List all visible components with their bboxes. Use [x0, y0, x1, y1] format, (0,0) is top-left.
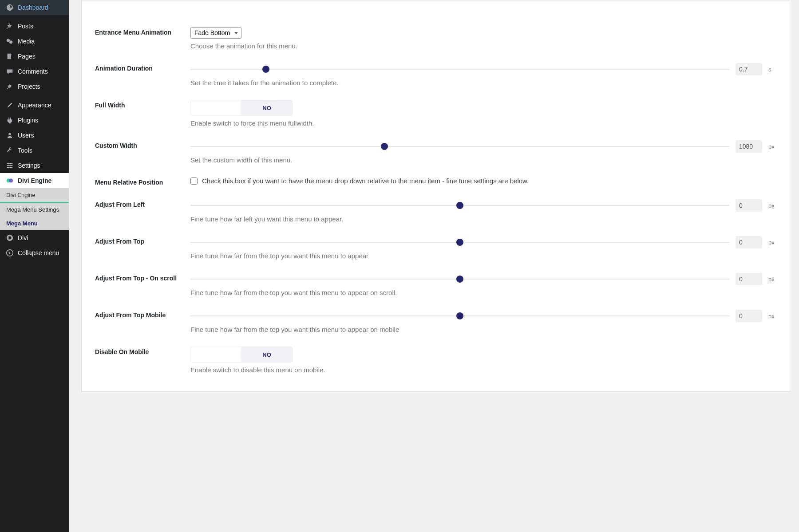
menu-relative-checkbox[interactable]: [190, 177, 198, 185]
custom-width-value-input[interactable]: [736, 140, 762, 153]
setting-adjust-top: Adjust From Top px: [95, 236, 776, 248]
setting-adjust-top-mobile: Adjust From Top Mobile px: [95, 310, 776, 322]
setting-desc: Fine tune how far from the top you want …: [190, 326, 776, 333]
sidebar-label: Media: [18, 38, 35, 45]
sidebar-item-projects[interactable]: Projects: [0, 79, 69, 94]
adjust-top-scroll-value-input[interactable]: [736, 273, 762, 285]
sidebar-item-users[interactable]: Users: [0, 128, 69, 143]
brush-icon: [5, 101, 14, 109]
full-width-toggle[interactable]: NO: [190, 100, 293, 116]
sidebar-label: Posts: [18, 23, 33, 30]
setting-entrance-animation: Entrance Menu Animation Fade Bottom: [95, 27, 776, 39]
adjust-top-scroll-slider[interactable]: [190, 278, 729, 280]
adjust-top-slider[interactable]: [190, 241, 729, 244]
svg-point-4: [8, 133, 11, 135]
pushpin-icon: [5, 83, 14, 91]
setting-label: Adjust From Top Mobile: [95, 310, 190, 319]
unit-label: s: [768, 66, 776, 73]
sidebar-label: Collapse menu: [18, 249, 59, 256]
duration-slider[interactable]: [190, 68, 729, 71]
wrench-icon: [5, 146, 14, 154]
sliders-icon: [5, 162, 14, 169]
toggle-yes: [191, 100, 241, 115]
submenu-item-divi-engine[interactable]: Divi Engine: [0, 188, 69, 202]
sidebar-item-media[interactable]: Media: [0, 34, 69, 49]
svg-point-0: [7, 39, 10, 42]
submenu-item-mega-settings[interactable]: Mega Menu Settings: [0, 203, 69, 217]
setting-adjust-top-scroll: Adjust From Top - On scroll px: [95, 273, 776, 285]
sidebar-item-collapse[interactable]: Collapse menu: [0, 245, 69, 260]
sidebar-submenu: Divi Engine Mega Menu Settings Mega Menu: [0, 188, 69, 230]
unit-label: px: [768, 143, 776, 150]
disable-mobile-toggle[interactable]: NO: [190, 347, 293, 363]
sidebar-label: Tools: [18, 147, 32, 154]
submenu-item-mega-menu[interactable]: Mega Menu: [0, 217, 69, 230]
setting-label: Full Width: [95, 100, 190, 109]
setting-custom-width: Custom Width px: [95, 140, 776, 153]
slider-thumb[interactable]: [456, 276, 463, 283]
setting-adjust-left: Adjust From Left px: [95, 199, 776, 212]
unit-label: px: [768, 276, 776, 283]
setting-desc: Choose the animation for this menu.: [190, 42, 776, 50]
adjust-top-mobile-value-input[interactable]: [736, 310, 762, 322]
slider-track: [190, 146, 729, 147]
setting-label: Custom Width: [95, 140, 190, 149]
sidebar-item-tools[interactable]: Tools: [0, 143, 69, 158]
plugin-icon: [5, 116, 14, 124]
duration-value-input[interactable]: [736, 63, 762, 75]
divi-engine-icon: [5, 177, 14, 185]
slider-thumb[interactable]: [262, 66, 269, 73]
media-icon: [5, 37, 14, 45]
comment-icon: [5, 67, 14, 75]
setting-animation-duration: Animation Duration s: [95, 63, 776, 75]
svg-point-1: [9, 40, 12, 43]
setting-full-width: Full Width NO: [95, 100, 776, 116]
sidebar-label: Dashboard: [18, 4, 48, 11]
custom-width-slider[interactable]: [190, 145, 729, 148]
svg-point-9: [10, 165, 12, 166]
sidebar-label: Users: [18, 132, 34, 139]
slider-track: [190, 69, 729, 70]
sidebar-label: Projects: [18, 83, 40, 90]
sidebar-item-comments[interactable]: Comments: [0, 64, 69, 79]
sidebar-item-pages[interactable]: Pages: [0, 49, 69, 64]
setting-label: Menu Relative Position: [95, 177, 190, 186]
setting-desc: Fine tune how far from the top you want …: [190, 289, 776, 296]
sidebar-item-settings[interactable]: Settings: [0, 158, 69, 173]
setting-disable-mobile: Disable On Mobile NO: [95, 347, 776, 363]
sidebar-item-plugins[interactable]: Plugins: [0, 113, 69, 128]
sidebar-item-divi-engine[interactable]: Divi Engine: [0, 173, 69, 188]
adjust-left-slider[interactable]: [190, 204, 729, 207]
setting-label: Adjust From Top: [95, 236, 190, 245]
adjust-top-mobile-slider[interactable]: [190, 315, 729, 317]
slider-thumb[interactable]: [456, 312, 463, 319]
sidebar-item-divi[interactable]: Divi: [0, 230, 69, 245]
adjust-top-value-input[interactable]: [736, 236, 762, 248]
sidebar-label: Appearance: [18, 102, 51, 109]
slider-thumb[interactable]: [456, 239, 463, 246]
content-area: Entrance Menu Animation Fade Bottom Choo…: [69, 0, 799, 532]
adjust-left-value-input[interactable]: [736, 199, 762, 212]
svg-point-10: [8, 167, 10, 169]
setting-menu-relative: Menu Relative Position Check this box if…: [95, 177, 776, 186]
svg-rect-3: [8, 55, 12, 55]
setting-label: Animation Duration: [95, 63, 190, 72]
sidebar-item-appearance[interactable]: Appearance: [0, 98, 69, 113]
slider-thumb[interactable]: [381, 143, 388, 150]
setting-label: Disable On Mobile: [95, 347, 190, 355]
sidebar-label: Divi: [18, 234, 28, 241]
svg-point-12: [9, 179, 13, 183]
sidebar-label: Comments: [18, 68, 48, 75]
setting-desc: Fine tune how far from the top you want …: [190, 252, 776, 260]
entrance-animation-select[interactable]: Fade Bottom: [190, 27, 241, 39]
unit-label: px: [768, 202, 776, 209]
slider-thumb[interactable]: [456, 202, 463, 209]
svg-point-8: [8, 163, 10, 165]
toggle-no: NO: [241, 347, 292, 362]
setting-label: Adjust From Left: [95, 199, 190, 208]
pushpin-icon: [5, 22, 14, 30]
setting-label: Adjust From Top - On scroll: [95, 273, 190, 282]
sidebar-item-posts[interactable]: Posts: [0, 19, 69, 34]
sidebar-item-dashboard[interactable]: Dashboard: [0, 0, 69, 15]
collapse-icon: [5, 249, 14, 257]
